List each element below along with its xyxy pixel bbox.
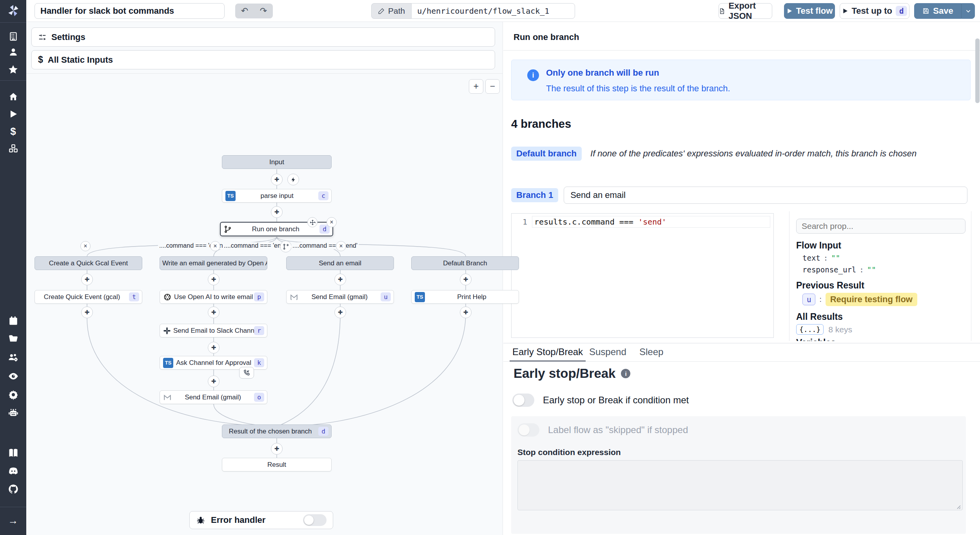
sidebar-item-folders[interactable] — [0, 331, 26, 346]
prop-row-response-url[interactable]: response_url:"" — [802, 265, 876, 274]
branch-header-gcal[interactable]: Create a Quick Gcal Event — [34, 256, 142, 270]
arrow-right-icon: → — [8, 515, 18, 527]
typescript-icon: TS — [225, 191, 236, 201]
early-stop-toggle[interactable] — [512, 394, 534, 407]
flow-canvas[interactable]: Settings $ All Static Inputs + − Input ✚ — [26, 22, 503, 535]
static-inputs-bar[interactable]: $ All Static Inputs — [31, 50, 495, 69]
add-step-button[interactable]: ✚ — [208, 375, 220, 387]
add-step-button[interactable]: ✚ — [271, 174, 283, 185]
settings-bar[interactable]: Settings — [31, 27, 495, 47]
node-result[interactable]: Result — [222, 458, 332, 472]
node-send-email-gmail-2[interactable]: Send Email (gmail) o — [160, 390, 267, 404]
node-parse-input[interactable]: TS parse input c — [222, 189, 332, 203]
previous-result-heading: Previous Result — [796, 280, 864, 291]
sidebar-item-ai[interactable] — [0, 405, 26, 421]
zoom-out-button[interactable]: − — [485, 79, 500, 94]
branch-header-default[interactable]: Default Branch — [411, 256, 519, 270]
undo-button[interactable]: ↶ — [241, 7, 248, 15]
add-branch-button[interactable] — [280, 241, 292, 252]
sidebar-item-audit[interactable] — [0, 368, 26, 384]
info-icon[interactable]: i — [621, 369, 630, 378]
branch-header-openai[interactable]: Write an email generated by Open AI — [160, 256, 267, 270]
skip-label-toggle[interactable] — [517, 423, 539, 437]
sidebar-item-discord[interactable] — [0, 463, 26, 479]
sidebar-item-docs[interactable] — [0, 445, 26, 461]
node-send-email-slack[interactable]: Send Email to Slack Channel r — [160, 324, 267, 337]
add-step-button[interactable]: ✚ — [334, 306, 346, 318]
add-step-button[interactable]: ✚ — [208, 306, 220, 318]
tab-sleep[interactable]: Sleep — [639, 346, 663, 357]
add-step-button[interactable]: ✚ — [334, 274, 346, 285]
flow-title-input[interactable] — [34, 3, 225, 19]
path-chip[interactable]: Path — [371, 3, 411, 19]
add-step-button[interactable]: ✚ — [81, 274, 93, 285]
search-prop-input[interactable] — [796, 219, 965, 234]
sidebar-item-groups[interactable] — [0, 350, 26, 366]
tab-early-stop-break[interactable]: Early Stop/Break — [512, 346, 583, 357]
sidebar-item-runs[interactable] — [0, 106, 26, 122]
prop-picker-panel: Flow Input text:"" response_url:"" Previ… — [789, 211, 971, 341]
save-icon — [922, 7, 929, 15]
add-step-button[interactable]: ✚ — [271, 443, 283, 455]
error-handler-bar[interactable]: Error handler — [189, 511, 333, 529]
add-step-button[interactable]: ✚ — [460, 306, 472, 318]
play-icon — [842, 8, 848, 14]
node-create-quick-event[interactable]: Create Quick Event (gcal) t — [34, 290, 142, 304]
redo-button[interactable]: ↷ — [260, 7, 267, 15]
suspend-indicator[interactable] — [239, 367, 254, 379]
delete-branch-button[interactable]: × — [210, 241, 220, 251]
add-step-button[interactable]: ✚ — [271, 206, 283, 218]
node-flow-input[interactable]: Input — [222, 155, 332, 169]
predicate-code-editor[interactable]: 1 results.c.command === 'send' — [511, 213, 774, 338]
step-id-badge: d — [318, 427, 328, 436]
sidebar-item-user[interactable] — [0, 44, 26, 60]
trigger-button[interactable] — [287, 174, 299, 185]
add-step-button[interactable]: ✚ — [208, 274, 220, 285]
export-json-button[interactable]: Export JSON — [719, 3, 772, 19]
prop-row-text[interactable]: text:"" — [802, 254, 840, 262]
close-icon: × — [83, 243, 87, 250]
git-branch-plus-icon — [283, 243, 289, 250]
node-result-of-branch[interactable]: Result of the chosen branch d — [222, 424, 332, 438]
delete-node-button[interactable]: × — [327, 217, 337, 227]
sidebar-item-schedules[interactable] — [0, 313, 26, 328]
scrollbar-thumb[interactable] — [975, 38, 980, 103]
static-inputs-label: All Static Inputs — [48, 55, 113, 65]
sidebar-item-home[interactable] — [0, 89, 26, 105]
node-label: Ask Channel for Approval — [173, 359, 254, 367]
add-step-button[interactable]: ✚ — [208, 342, 220, 354]
lightning-icon — [290, 177, 296, 183]
all-results-row[interactable]: {...} 8 keys — [796, 324, 852, 335]
sidebar-item-workspace[interactable] — [0, 29, 26, 44]
delete-branch-button[interactable]: × — [80, 241, 91, 251]
robot-icon — [8, 407, 19, 418]
sidebar-item-resources[interactable] — [0, 141, 26, 156]
delete-branch-button[interactable]: × — [336, 241, 346, 251]
move-node-button[interactable] — [307, 217, 318, 227]
previous-result-row[interactable]: u : Require testing flow — [802, 293, 917, 306]
node-send-email-gmail[interactable]: Send Email (gmail) u — [286, 290, 394, 304]
path-input[interactable] — [411, 3, 575, 19]
error-handler-toggle[interactable] — [303, 514, 327, 526]
step-id-badge: u — [802, 294, 815, 305]
test-flow-button[interactable]: Test flow — [784, 3, 835, 19]
editor-line-number: 1 — [512, 217, 527, 227]
sidebar-collapse-button[interactable]: → — [0, 513, 26, 528]
sidebar-item-variables[interactable]: $ — [0, 123, 26, 139]
add-step-button[interactable]: ✚ — [460, 274, 472, 285]
add-step-button[interactable]: ✚ — [81, 306, 93, 318]
save-dropdown-button[interactable] — [962, 3, 975, 19]
sidebar-item-github[interactable] — [0, 481, 26, 497]
test-up-to-button[interactable]: Test up to d — [840, 3, 909, 19]
zoom-in-button[interactable]: + — [469, 79, 483, 94]
save-button[interactable]: Save — [914, 3, 962, 19]
windmill-logo[interactable] — [0, 3, 26, 18]
sidebar-item-settings[interactable] — [0, 387, 26, 403]
node-print-help[interactable]: TS Print Help — [411, 290, 519, 304]
stop-condition-textarea[interactable] — [517, 460, 963, 510]
branch-1-summary-input[interactable] — [564, 187, 967, 204]
node-use-openai[interactable]: Use Open AI to write email p — [160, 290, 267, 304]
tab-suspend[interactable]: Suspend — [589, 346, 626, 357]
branch-header-send-email[interactable]: Send an email — [286, 256, 394, 270]
sidebar-item-favorites[interactable] — [0, 62, 26, 77]
